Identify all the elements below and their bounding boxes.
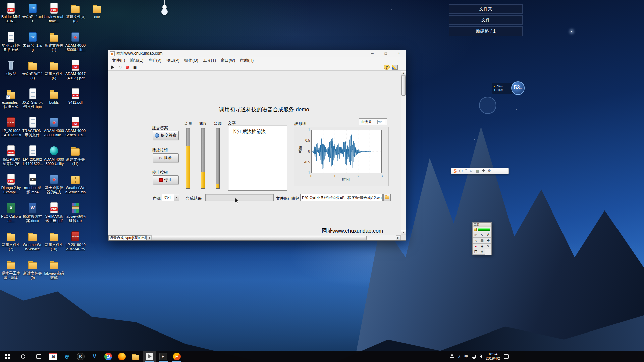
desktop-icon[interactable]: builds xyxy=(44,88,64,105)
context-help-icon[interactable] xyxy=(392,65,398,70)
menu-item[interactable]: 工具(T) xyxy=(201,57,218,64)
desktop-icon[interactable]: labview密码破解.rar xyxy=(65,202,86,223)
ime-tool-icon[interactable]: ✚ xyxy=(482,169,485,174)
horizontal-scrollbar[interactable] xyxy=(152,235,396,240)
play-button[interactable]: ▷ 播放 xyxy=(153,153,179,162)
folder-browse-button[interactable] xyxy=(383,194,391,201)
taskbar-app[interactable] xyxy=(129,351,143,362)
vertical-scrollbar[interactable]: ▲ ▼ xyxy=(401,71,406,235)
palette-tool[interactable]: ☞ xyxy=(473,232,479,238)
desktop-icon[interactable]: PDF SHIMAX温讯手册.pdf xyxy=(44,202,64,223)
scroll-left-arrow[interactable]: ◀ xyxy=(147,235,152,240)
save-path-field[interactable]: F:\0 公司业务\初寻道公司\...程序\语音合成\12.wav xyxy=(300,194,383,201)
desktop-icon[interactable]: 新建文件夹 (10) xyxy=(44,231,64,251)
desktop-icon[interactable]: 未命名项目1 (1) xyxy=(22,60,43,80)
task-view-button[interactable] xyxy=(31,351,46,362)
text-input[interactable]: 长江后浪推前浪 xyxy=(228,125,287,191)
desktop-icon[interactable]: 代码 未命名 -1.jpg xyxy=(22,31,43,52)
input-method-toolbar[interactable]: S 中 ” ☺ ▦ ✚ ⚙ xyxy=(451,168,509,174)
auto-select-led[interactable] xyxy=(478,228,490,231)
desktop-icon[interactable]: X PLC Calibraati... xyxy=(1,202,21,223)
desktop-icon[interactable]: ↗ examples - 快捷方式 xyxy=(1,88,21,109)
desktop-icon[interactable]: 毕业设计任务书-孙帆1... xyxy=(1,31,21,52)
desktop-icon[interactable]: 需求手工步骤 - 副本 xyxy=(1,259,21,280)
desktop-group-button[interactable]: 文件夹 xyxy=(449,4,523,14)
user-icon[interactable] xyxy=(450,354,454,358)
palette-tool[interactable]: ✥ xyxy=(485,238,491,243)
desktop-icon[interactable]: labview密码破解 xyxy=(44,259,64,280)
taskbar-app[interactable]: K xyxy=(74,351,88,362)
palette-tool[interactable]: ∿ xyxy=(473,238,479,243)
palette-tool[interactable]: ↖ xyxy=(479,232,485,238)
usage-ball[interactable]: 53 % xyxy=(511,81,525,95)
menu-item[interactable]: 帮助(H) xyxy=(237,57,256,64)
palette-tool[interactable]: A xyxy=(485,232,491,238)
desktop-icon[interactable]: PDF 9411.pdf xyxy=(65,88,86,105)
network-monitor-widget[interactable]: ▲0K/s ▼0K/s 53 % xyxy=(492,81,525,96)
desktop-icon[interactable]: ◆ ADAM-4000-5000Utilit... xyxy=(65,31,86,52)
taskbar-app[interactable] xyxy=(143,351,156,362)
palette-tool[interactable]: ❐ xyxy=(473,249,479,255)
desktop-icon[interactable]: 新建文件夹 (6) xyxy=(44,60,64,80)
desktop-icon[interactable]: LP_2019021 4101322... xyxy=(22,145,43,166)
clock[interactable]: 18:24 2019/4/2 xyxy=(486,352,500,361)
ime-tool-icon[interactable]: ” xyxy=(465,169,467,174)
taskbar-app[interactable]: ▶ xyxy=(156,351,170,362)
ime-tool-icon[interactable]: 中 xyxy=(459,169,463,174)
taskbar-app[interactable] xyxy=(115,351,129,362)
palette-tool[interactable]: ▤ xyxy=(479,238,485,243)
desktop-icon[interactable]: 新建文件夹 (7) xyxy=(1,231,21,251)
desktop-icon[interactable]: 回收站 xyxy=(1,60,21,76)
horizontal-scroll-thumb[interactable] xyxy=(152,236,367,240)
search-button[interactable] xyxy=(15,351,31,362)
desktop-icon[interactable]: 新建文件夹 (9) xyxy=(22,259,43,280)
stop-button[interactable]: 停止 xyxy=(153,175,179,184)
desktop-icon[interactable]: 新建文件夹 (8) xyxy=(65,3,86,23)
scroll-down-arrow[interactable]: ▼ xyxy=(401,230,406,235)
network-icon[interactable] xyxy=(472,355,476,358)
desktop-icon[interactable]: PDF labview real-time... xyxy=(44,3,64,23)
tools-palette[interactable]: 工具 ☞ ↖ A ∿ ▤ ✥ ● ◈ ✎ xyxy=(472,222,492,255)
maximize-button[interactable]: □ xyxy=(379,50,392,57)
menu-item[interactable]: 操作(O) xyxy=(182,57,200,64)
pause-button[interactable]: ▮▮ xyxy=(132,65,138,70)
palette-tool[interactable]: ✚ xyxy=(479,249,485,255)
ime-tool-icon[interactable]: ▦ xyxy=(476,169,479,174)
desktop-icon[interactable]: W 蟠雅授园方案.docx xyxy=(22,202,43,223)
slider-track[interactable] xyxy=(216,128,220,189)
sogou-logo-icon[interactable]: S xyxy=(453,168,457,174)
desktop-icon[interactable]: exe xyxy=(87,3,107,19)
submit-button[interactable]: 提交答案 xyxy=(153,131,179,140)
menu-item[interactable]: 文件(F) xyxy=(110,57,127,64)
palette-tool[interactable]: ● xyxy=(473,243,479,249)
ime-tool-icon[interactable]: ⚙ xyxy=(488,169,491,174)
start-button[interactable] xyxy=(0,351,15,362)
notification-center-icon[interactable] xyxy=(504,354,509,359)
run-button[interactable] xyxy=(110,65,116,70)
desktop-icon[interactable]: FLASH LP_2019021 4101322.flv xyxy=(1,117,21,138)
volume-icon[interactable] xyxy=(480,355,482,358)
desktop-icon[interactable]: PDF Django 2 by Exampl... xyxy=(1,174,21,194)
help-icon[interactable]: ? xyxy=(384,65,390,70)
taskbar-app[interactable]: e xyxy=(60,351,74,362)
desktop-icon[interactable]: WeatherWebService xyxy=(22,231,43,251)
desktop-icon[interactable]: PDF ADAM-4000 Series_Us... xyxy=(65,117,86,137)
taskbar-app[interactable] xyxy=(101,351,115,362)
desktop-icon[interactable]: PDF ADAM-4017 (4017 ).pdf xyxy=(65,60,86,80)
vertical-scroll-thumb[interactable] xyxy=(401,76,406,96)
menu-item[interactable]: 编辑(E) xyxy=(127,57,146,64)
desktop-icon[interactable]: PDF 高级PID控制算法 (英文)... xyxy=(1,145,21,166)
desktop-icon[interactable]: FLASH LP 2019040 2182346.flv xyxy=(65,231,86,251)
result-field[interactable] xyxy=(205,194,274,201)
palette-tool[interactable]: ◈ xyxy=(479,243,485,249)
desktop-icon[interactable]: ◆ ADAM-4000-5000Utilit... xyxy=(44,117,64,137)
ime-tool-icon[interactable]: ☺ xyxy=(469,169,473,174)
menu-item[interactable]: 查看(V) xyxy=(146,57,164,64)
scroll-up-arrow[interactable]: ▲ xyxy=(401,71,406,76)
run-continuous-button[interactable]: ↻ xyxy=(117,65,123,70)
desktop-group-button[interactable]: 文件 xyxy=(449,15,523,25)
desktop-icon[interactable]: WeatherWebService.zip xyxy=(65,174,86,194)
chevron-up-icon[interactable]: ∧ xyxy=(458,354,461,359)
close-button[interactable]: × xyxy=(392,50,406,57)
abort-button[interactable] xyxy=(124,65,130,70)
